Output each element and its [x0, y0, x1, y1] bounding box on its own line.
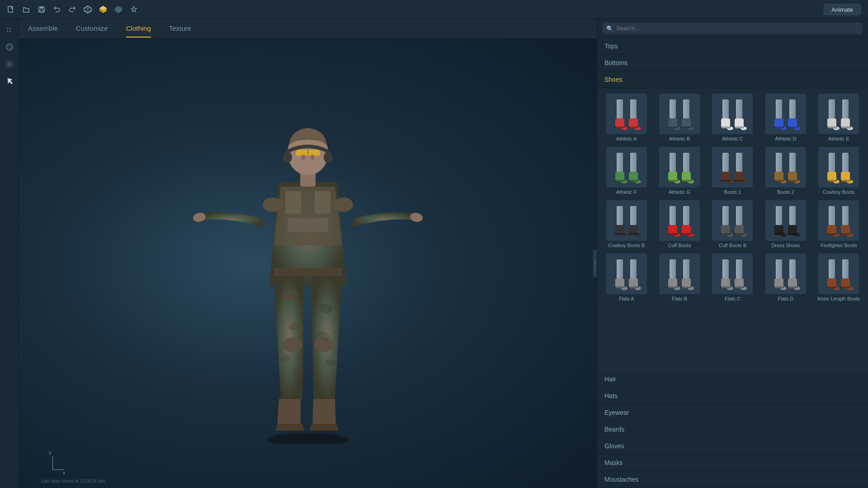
cube-outline-icon[interactable] [82, 4, 93, 15]
svg-rect-110 [829, 153, 835, 172]
search-input[interactable] [603, 23, 863, 34]
category-bottoms[interactable]: Bottoms [597, 55, 868, 71]
svg-point-9 [6, 46, 13, 48]
svg-point-27 [301, 155, 306, 160]
svg-rect-23 [308, 150, 320, 156]
shoe-item[interactable]: Flats C [707, 252, 758, 303]
svg-rect-167 [683, 259, 689, 278]
svg-rect-63 [789, 99, 796, 118]
svg-rect-38 [617, 99, 623, 118]
svg-rect-157 [840, 233, 851, 235]
shoe-item[interactable]: Boots 2 [760, 145, 811, 197]
shoe-label: Flats D [778, 296, 793, 301]
svg-point-7 [9, 31, 11, 32]
svg-rect-61 [734, 127, 745, 128]
shoe-item[interactable]: Athletic F [601, 145, 652, 197]
svg-rect-60 [720, 127, 731, 128]
search-icon: 🔍 [606, 25, 613, 32]
y-axis-label: y [49, 450, 51, 455]
shoe-label: Athletic D [775, 136, 796, 141]
svg-rect-39 [630, 99, 637, 118]
shoe-item[interactable]: Cuff Boots [654, 198, 705, 250]
shoe-label: Flats C [725, 296, 741, 301]
shoe-item[interactable]: Boots 1 [707, 145, 758, 197]
shoe-label: Athletic C [722, 136, 743, 141]
svg-rect-189 [787, 286, 798, 288]
shoe-item[interactable]: Flats D [760, 252, 811, 303]
svg-rect-135 [736, 206, 742, 225]
svg-rect-22 [296, 150, 307, 156]
category-beards[interactable]: Beards [597, 421, 868, 438]
svg-rect-3 [40, 10, 43, 12]
shoe-label: Cowboy Boots [823, 189, 855, 195]
category-masks[interactable]: Masks [597, 455, 868, 471]
shoe-item[interactable]: Athletic D [760, 92, 811, 143]
shoe-label: Athletic B [669, 136, 690, 141]
shoe-item[interactable]: Cowboy Boots [813, 145, 864, 197]
shoe-item[interactable]: Cuff Boots B [707, 198, 758, 250]
svg-rect-116 [826, 180, 837, 182]
svg-rect-62 [776, 99, 782, 118]
tab-texture[interactable]: Texture [169, 20, 191, 38]
svg-point-26 [324, 151, 333, 163]
shoe-label: Cuff Boots B [719, 243, 747, 248]
svg-rect-79 [630, 153, 637, 172]
cursor-icon[interactable] [2, 74, 17, 89]
svg-rect-87 [683, 153, 689, 172]
shoes-section: Athletic A Athletic B [597, 88, 868, 371]
tab-clothing[interactable]: Clothing [126, 20, 151, 38]
star-icon[interactable] [128, 4, 139, 15]
category-tops[interactable]: Tops [597, 38, 868, 55]
shoe-item[interactable]: Dress Shoes [760, 198, 811, 250]
svg-rect-68 [774, 127, 784, 128]
shoe-item[interactable]: Athletic G [654, 145, 705, 197]
cube-alt-icon[interactable] [113, 4, 124, 15]
shoe-item[interactable]: Athletic E [813, 92, 864, 143]
svg-rect-124 [614, 233, 625, 235]
shoe-item[interactable]: Flats A [601, 252, 652, 303]
shoe-item[interactable]: Cowboy Boots B [601, 198, 652, 250]
tab-customize[interactable]: Customize [76, 20, 108, 38]
svg-rect-181 [734, 286, 745, 288]
category-gloves[interactable]: Gloves [597, 438, 868, 455]
category-eyewear[interactable]: Eyewear [597, 404, 868, 421]
svg-rect-86 [670, 153, 676, 172]
shoe-item[interactable]: Firefighter Boots [813, 198, 864, 250]
svg-rect-118 [617, 206, 623, 225]
svg-rect-165 [628, 286, 639, 288]
shoe-item[interactable]: Athletic C [707, 92, 758, 143]
save-icon[interactable] [36, 4, 47, 15]
category-shoes[interactable]: Shoes [597, 71, 868, 88]
pan-icon[interactable] [2, 57, 17, 71]
animate-button[interactable]: Animate [824, 4, 861, 15]
shoe-label: Flats B [672, 296, 687, 301]
svg-rect-180 [720, 286, 731, 288]
svg-rect-127 [683, 206, 689, 225]
bottom-category-list: Hair Hats Eyewear Beards Gloves Masks Mo… [597, 371, 868, 488]
undo-icon[interactable] [52, 4, 62, 15]
shoe-label: Dress Shoes [771, 243, 800, 248]
cube-solid-icon[interactable] [98, 4, 108, 15]
resize-handle[interactable] [593, 250, 597, 277]
svg-rect-141 [734, 233, 745, 235]
svg-point-10 [8, 63, 11, 66]
category-hats[interactable]: Hats [597, 388, 868, 404]
shoe-item[interactable]: Athletic B [654, 92, 705, 143]
svg-rect-24 [307, 152, 309, 153]
shoe-item[interactable]: Flats B [654, 252, 705, 303]
shoe-item[interactable]: Athletic A [601, 92, 652, 143]
svg-rect-134 [722, 206, 729, 225]
svg-rect-44 [614, 127, 625, 128]
category-moustaches[interactable]: Moustaches [597, 471, 868, 488]
svg-rect-94 [722, 153, 729, 172]
orbit-icon[interactable] [2, 40, 17, 54]
new-icon[interactable] [5, 4, 16, 15]
open-icon[interactable] [21, 4, 32, 15]
svg-rect-173 [681, 286, 692, 288]
redo-icon[interactable] [67, 4, 78, 15]
shoe-item[interactable]: Knee Length Boots [813, 252, 864, 303]
tab-assemble[interactable]: Assemble [28, 20, 58, 38]
category-hair[interactable]: Hair [597, 371, 868, 388]
tab-bar: Assemble Customize Clothing Texture [19, 19, 597, 39]
svg-rect-16 [288, 218, 328, 232]
